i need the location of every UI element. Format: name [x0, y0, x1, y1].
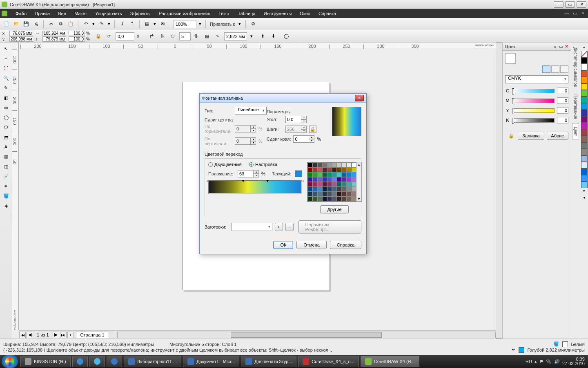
grid-swatch[interactable] — [327, 197, 332, 202]
grid-swatch[interactable] — [332, 162, 337, 167]
grid-swatch[interactable] — [332, 182, 337, 187]
edge-label: Сдвиг края: — [267, 137, 291, 141]
custom-radio[interactable]: Настройка — [249, 162, 277, 167]
grid-swatch[interactable] — [337, 192, 342, 197]
grid-swatch[interactable] — [312, 197, 317, 202]
grid-swatch[interactable] — [337, 182, 342, 187]
grid-swatch[interactable] — [317, 192, 322, 197]
grid-swatch[interactable] — [347, 162, 352, 167]
grid-swatch[interactable] — [332, 167, 337, 172]
grid-swatch[interactable] — [337, 172, 342, 177]
grid-swatch[interactable] — [332, 177, 337, 182]
grid-swatch[interactable] — [332, 192, 337, 197]
grid-swatch[interactable] — [317, 197, 322, 202]
grid-swatch[interactable] — [337, 187, 342, 192]
grid-swatch[interactable] — [327, 182, 332, 187]
grid-swatch[interactable] — [312, 162, 317, 167]
help-button[interactable]: Справка — [330, 241, 361, 249]
grid-swatch[interactable] — [317, 177, 322, 182]
others-button[interactable]: Другие — [320, 205, 348, 213]
type-combo[interactable]: Линейные — [235, 107, 267, 115]
grid-swatch[interactable] — [332, 172, 337, 177]
grid-swatch[interactable] — [307, 172, 312, 177]
params-label: Параметры — [267, 109, 327, 114]
steps-lock-button[interactable]: 🔒 — [309, 126, 316, 133]
grid-swatch[interactable] — [322, 187, 327, 192]
grid-swatch[interactable] — [322, 172, 327, 177]
grid-swatch[interactable] — [327, 177, 332, 182]
grid-swatch[interactable] — [307, 182, 312, 187]
grid-swatch[interactable] — [312, 187, 317, 192]
grid-swatch[interactable] — [347, 192, 352, 197]
color-picker-grid[interactable] — [307, 162, 356, 202]
cancel-button[interactable]: Отмена — [296, 241, 326, 249]
grid-swatch[interactable] — [332, 197, 337, 202]
position-spinner[interactable]: ▴▾ — [238, 170, 259, 177]
preset-remove-button[interactable]: − — [285, 223, 294, 231]
grid-swatch[interactable] — [332, 187, 337, 192]
grid-swatch[interactable] — [322, 177, 327, 182]
grid-swatch[interactable] — [342, 167, 347, 172]
grid-swatch[interactable] — [327, 192, 332, 197]
vert-label: По вертикали: — [205, 136, 232, 146]
dialog-close-button[interactable]: ✕ — [355, 95, 364, 101]
gradient-editor[interactable]: ▫ ▾ ▼ ▫ — [208, 180, 302, 194]
grid-swatch[interactable] — [317, 182, 322, 187]
grid-swatch[interactable] — [317, 187, 322, 192]
grid-swatch[interactable] — [342, 172, 347, 177]
grid-swatch[interactable] — [342, 177, 347, 182]
grid-swatch[interactable] — [342, 197, 347, 202]
presets-label: Заготовки: — [205, 224, 229, 229]
grid-swatch[interactable] — [347, 177, 352, 182]
grid-swatch[interactable] — [322, 197, 327, 202]
grid-swatch[interactable] — [312, 192, 317, 197]
grid-swatch[interactable] — [312, 167, 317, 172]
grid-swatch[interactable] — [347, 167, 352, 172]
grid-swatch[interactable] — [347, 172, 352, 177]
dialog-titlebar[interactable]: Фонтанная заливка ✕ — [200, 94, 366, 103]
grid-swatch[interactable] — [307, 197, 312, 202]
ok-button[interactable]: ОК — [273, 241, 293, 249]
current-color-swatch[interactable] — [295, 171, 302, 177]
grid-swatch[interactable] — [307, 192, 312, 197]
grid-swatch[interactable] — [307, 187, 312, 192]
preset-add-button[interactable]: + — [275, 223, 283, 231]
grid-swatch[interactable] — [342, 192, 347, 197]
grid-swatch[interactable] — [322, 182, 327, 187]
grid-swatch[interactable] — [317, 172, 322, 177]
grid-swatch[interactable] — [307, 162, 312, 167]
grid-swatch[interactable] — [327, 167, 332, 172]
angle-spinner[interactable]: ▴▾ — [285, 116, 307, 123]
grid-swatch[interactable] — [337, 197, 342, 202]
grid-swatch[interactable] — [307, 177, 312, 182]
grid-swatch[interactable] — [322, 162, 327, 167]
grid-swatch[interactable] — [327, 162, 332, 167]
grid-swatch[interactable] — [337, 162, 342, 167]
grid-scrollbar[interactable]: ▴▾ — [356, 162, 362, 202]
grid-swatch[interactable] — [312, 177, 317, 182]
grid-swatch[interactable] — [317, 162, 322, 167]
dialog-title: Фонтанная заливка — [202, 96, 243, 101]
grid-swatch[interactable] — [347, 197, 352, 202]
postscript-button: Параметры PostScript... — [298, 220, 361, 233]
grid-swatch[interactable] — [342, 162, 347, 167]
grid-swatch[interactable] — [337, 167, 342, 172]
grid-swatch[interactable] — [312, 182, 317, 187]
grid-swatch[interactable] — [327, 187, 332, 192]
grid-swatch[interactable] — [347, 182, 352, 187]
dialog-overlay: Фонтанная заливка ✕ Тип: Линейные Сдвиг … — [0, 0, 588, 368]
grid-swatch[interactable] — [337, 177, 342, 182]
grid-swatch[interactable] — [342, 182, 347, 187]
grid-swatch[interactable] — [342, 187, 347, 192]
presets-combo[interactable] — [232, 223, 272, 231]
grid-swatch[interactable] — [322, 192, 327, 197]
grid-swatch[interactable] — [327, 172, 332, 177]
edge-spinner[interactable]: ▴▾ — [293, 135, 314, 143]
grid-swatch[interactable] — [322, 167, 327, 172]
grid-swatch[interactable] — [307, 167, 312, 172]
two-color-radio[interactable]: Двухцветный — [208, 162, 242, 167]
center-shift-label: Сдвиг центра — [205, 117, 262, 122]
grid-swatch[interactable] — [312, 172, 317, 177]
grid-swatch[interactable] — [317, 167, 322, 172]
grid-swatch[interactable] — [347, 187, 352, 192]
